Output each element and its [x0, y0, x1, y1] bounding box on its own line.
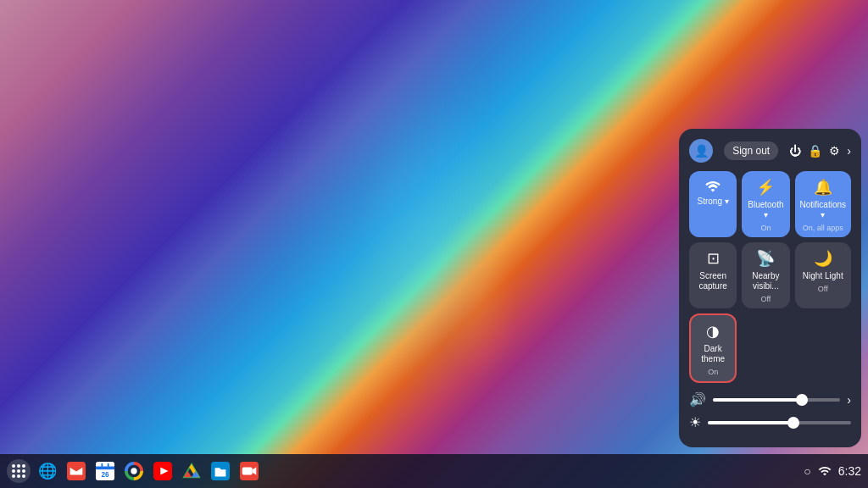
clock-display[interactable]: 6:32 [838, 464, 861, 478]
clock-time: 6:32 [838, 464, 861, 478]
dark-theme-sublabel: On [708, 368, 718, 376]
night-light-label: Night Light [803, 271, 843, 281]
screen-capture-icon: ⊡ [707, 249, 720, 268]
nearby-share-tile[interactable]: 📡 Nearby visibi... Off [742, 242, 789, 308]
taskbar-gmail[interactable] [64, 459, 88, 483]
qs-tiles-grid: Strong ▾ ⚡ Bluetooth ▾ On 🔔 Notification… [689, 171, 851, 383]
brightness-slider-row: ☀ [689, 414, 851, 430]
volume-slider[interactable] [713, 398, 840, 402]
taskbar-meet[interactable] [237, 459, 261, 483]
brightness-fill [708, 421, 793, 424]
launcher-button[interactable] [7, 459, 31, 483]
svg-rect-4 [108, 463, 109, 468]
taskbar: 🌐 26 [0, 454, 868, 488]
dark-theme-label: Dark theme [696, 344, 730, 364]
sign-out-button[interactable]: Sign out [724, 141, 778, 160]
nearby-share-label: Nearby visibi... [747, 271, 784, 291]
wifi-tile[interactable]: Strong ▾ [689, 171, 737, 237]
taskbar-left: 🌐 26 [7, 459, 261, 483]
taskbar-calendar[interactable]: 26 [93, 459, 117, 483]
wifi-icon [704, 178, 721, 193]
volume-expand-icon[interactable]: › [847, 393, 851, 407]
screen-capture-tile[interactable]: ⊡ Screen capture [689, 242, 737, 308]
bluetooth-label: Bluetooth ▾ [747, 200, 784, 220]
taskbar-files[interactable] [209, 459, 232, 483]
screen-capture-label: Screen capture [694, 271, 732, 291]
taskbar-right: ○ 6:32 [804, 464, 861, 478]
notifications-icon: 🔔 [814, 178, 832, 197]
svg-rect-15 [242, 467, 253, 474]
settings-icon[interactable]: ⚙ [829, 144, 840, 158]
svg-rect-3 [101, 463, 103, 468]
wifi-tray-icon[interactable] [818, 464, 832, 478]
svg-rect-0 [67, 462, 86, 480]
nearby-share-sublabel: Off [760, 295, 771, 303]
notifications-sublabel: On, all apps [803, 224, 843, 232]
brightness-thumb [787, 417, 799, 429]
night-light-sublabel: Off [818, 285, 828, 293]
user-avatar[interactable]: 👤 [689, 139, 713, 163]
night-light-tile[interactable]: 🌙 Night Light Off [795, 242, 851, 308]
bluetooth-sublabel: On [760, 224, 771, 232]
bluetooth-tile[interactable]: ⚡ Bluetooth ▾ On [742, 171, 789, 237]
volume-icon: 🔊 [689, 391, 706, 408]
notifications-tile[interactable]: 🔔 Notifications ▾ On, all apps [795, 171, 851, 237]
nearby-share-icon: 📡 [756, 249, 775, 268]
lock-icon[interactable]: 🔒 [808, 144, 822, 158]
night-light-icon: 🌙 [814, 249, 832, 268]
wifi-label: Strong ▾ [698, 197, 729, 207]
qs-header: 👤 Sign out ⏻ 🔒 ⚙ › [689, 139, 851, 163]
taskbar-drive[interactable] [180, 459, 203, 483]
taskbar-chrome[interactable]: 🌐 [36, 459, 59, 483]
brightness-slider[interactable] [708, 421, 851, 424]
volume-thumb [796, 394, 808, 406]
taskbar-youtube[interactable] [151, 459, 175, 483]
volume-slider-row: 🔊 › [689, 391, 851, 408]
svg-rect-2 [96, 467, 114, 470]
notification-tray-icon[interactable]: ○ [804, 464, 810, 478]
dark-theme-tile[interactable]: ◑ Dark theme On [689, 313, 737, 383]
desktop: 🌐 26 [0, 0, 868, 488]
notifications-label: Notifications ▾ [800, 200, 846, 220]
qs-header-icons: ⏻ 🔒 ⚙ › [789, 144, 851, 158]
svg-point-6 [131, 468, 136, 474]
dark-theme-icon: ◑ [706, 322, 720, 341]
bluetooth-icon: ⚡ [756, 178, 775, 197]
taskbar-photos[interactable] [122, 459, 146, 483]
volume-fill [713, 398, 802, 402]
svg-text:26: 26 [101, 471, 109, 479]
brightness-icon: ☀ [689, 414, 701, 430]
power-icon[interactable]: ⏻ [789, 144, 801, 158]
collapse-icon[interactable]: › [847, 144, 851, 158]
quick-settings-panel: 👤 Sign out ⏻ 🔒 ⚙ › Strong ▾ [679, 129, 861, 447]
